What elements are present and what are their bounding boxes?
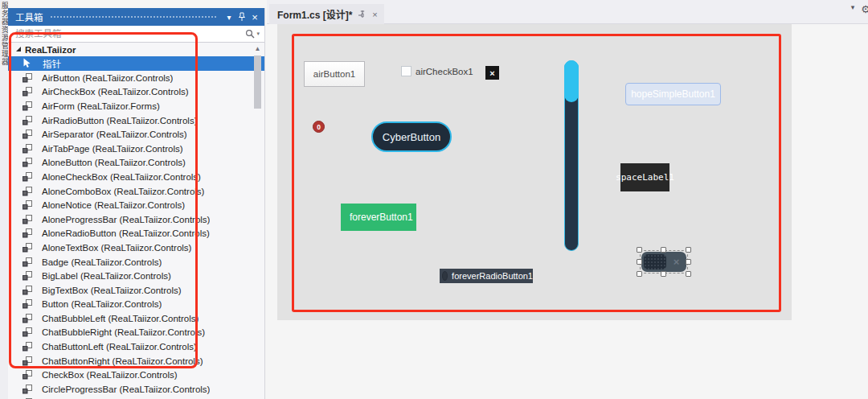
component-icon [23,73,32,83]
search-caret-icon: ▾ [256,31,260,37]
document-list-caret-icon[interactable]: ▾ [851,3,855,15]
toolbox-scrollbar[interactable]: ▲ [252,45,263,206]
toolbox-item[interactable]: AloneComboBox (ReaLTaiizor.Controls) [8,184,264,199]
checkbox-box-icon[interactable] [401,66,411,76]
toolbox-item[interactable]: AloneTextBox (ReaLTaiizor.Controls) [8,241,264,255]
resize-handle-e[interactable] [686,259,691,265]
black-close-button-control[interactable]: × [485,66,499,80]
resize-handle-ne[interactable] [686,247,691,253]
toolbox-item[interactable]: Button (ReaLTaiizor.Controls) [8,298,264,312]
toolbox-item[interactable]: BigLabel (ReaLTaiizor.Controls) [8,269,264,283]
badge-control[interactable]: 0 [313,121,325,133]
close-x-glyph: × [489,68,494,78]
forever-radio-button-control[interactable]: foreverRadioButton1 [440,269,533,283]
tab-form1-design[interactable]: Form1.cs [设计]* × [269,4,384,24]
component-icon [23,385,32,394]
toolbox-item[interactable]: ChatButtonRight (ReaLTaiizor.Controls) [8,354,264,368]
pointer-label: 指针 [43,57,61,70]
selected-switch-control-wrapper: × [637,247,691,277]
toolbox-item[interactable]: ChatBubbleRight (ReaLTaiizor.Controls) [8,326,264,340]
toolbox-item[interactable]: AirRadioButton (ReaLTaiizor.Controls) [8,113,264,128]
toolbox-item[interactable]: AloneNotice (ReaLTaiizor.Controls) [8,198,264,212]
component-icon [23,130,32,139]
scrollbar-thumb[interactable] [564,60,579,102]
toolbox-item[interactable]: AirForm (ReaLTaiizor.Forms) [8,99,264,113]
component-icon [23,342,32,352]
component-icon [23,299,32,309]
toolbox-item[interactable]: AirCheckBox (ReaLTaiizor.Controls) [8,85,264,100]
toolbox-group-realtaiizor[interactable]: ReaLTaiizor [8,43,264,56]
toolbox-title: 工具箱 [15,10,43,23]
vertical-scrollbar-control[interactable] [564,60,579,251]
switch-x-glyph: × [666,256,686,268]
component-icon [23,158,32,167]
pointer-cursor-icon [23,58,31,70]
toolbox-item[interactable]: ChatBubbleLeft (ReaLTaiizor.Controls) [8,311,264,326]
resize-handle-w[interactable] [637,259,642,265]
close-icon[interactable]: × [248,10,261,23]
toolbox-item[interactable]: AloneRadioButton (ReaLTaiizor.Controls) [8,227,264,241]
radio-dot-icon[interactable] [442,271,448,281]
component-icon [23,243,32,253]
toolbox-list-items: AirButton (ReaLTaiizor.Controls)AirCheck… [8,71,264,399]
resize-handle-sw[interactable] [637,271,642,277]
toolbox-item[interactable]: AirSeparator (ReaLTaiizor.Controls) [8,127,264,142]
tabstrip-right-buttons: ▾ ⚙ [851,3,865,15]
component-icon [23,101,32,111]
switch-control[interactable]: × [641,252,686,272]
resize-handle-se[interactable] [686,271,691,277]
form-design-canvas[interactable]: airButton1 airCheckBox1 × 0 CyberButton … [277,24,792,320]
toolbox-item[interactable]: CheckBox (ReaLTaiizor.Controls) [8,368,264,382]
left-dock-strip[interactable]: 服务器资源管理器 [0,0,8,399]
component-icon [23,215,32,224]
tab-pin-icon[interactable] [358,10,366,19]
toolbox-item[interactable]: ChatButtonLeft (ReaLTaiizor.Controls) [8,339,264,354]
component-icon [23,314,32,323]
component-icon [23,172,32,182]
component-icon [23,356,32,366]
component-icon [23,257,32,267]
toolbox-item[interactable]: ComboBoxEdit (ReaLTaiizor.Controls) [8,397,264,399]
toolbox-item[interactable]: AloneProgressBar (ReaLTaiizor.Controls) [8,212,264,227]
toolbox-list: ReaLTaiizor 指针 AirButton (ReaLTaiizor.Co… [8,43,264,399]
gear-icon[interactable]: ⚙ [861,3,868,15]
toolbox-item[interactable]: Badge (ReaLTaiizor.Controls) [8,255,264,269]
search-icon[interactable]: ▾ [245,29,260,39]
window-position-caret-icon[interactable]: ▾ [223,10,235,23]
toolbox-item[interactable]: AirTabPage (ReaLTaiizor.Controls) [8,142,264,156]
vs-window: 服务器资源管理器 工具箱 ▾ × ▾ ReaLTaiizor [0,0,868,399]
toolbox-item[interactable]: AloneButton (ReaLTaiizor.Controls) [8,156,264,171]
resize-handle-s[interactable] [661,271,666,277]
cyber-button-control[interactable]: CyberButton [371,121,452,152]
toolbox-item[interactable]: CircleProgressBar (ReaLTaiizor.Controls) [8,382,264,397]
toolbox-item[interactable]: AirButton (ReaLTaiizor.Controls) [8,71,264,85]
resize-handle-n[interactable] [661,247,666,253]
toolbox-item[interactable]: BigTextBox (ReaLTaiizor.Controls) [8,283,264,298]
document-tabstrip: Form1.cs [设计]* × ▾ ⚙ [267,0,868,24]
component-icon [23,200,32,210]
toolbox-search-input[interactable] [8,29,245,39]
scroll-up-arrow-icon[interactable]: ▲ [252,45,263,53]
air-button-control[interactable]: airButton1 [304,61,365,87]
hope-simple-button-control[interactable]: hopeSimpleButton1 [625,83,721,105]
switch-knob[interactable] [644,254,666,269]
air-checkbox-control[interactable]: airCheckBox1 [401,66,473,76]
pin-icon[interactable] [235,10,248,23]
component-icon [23,327,32,337]
toolbox-item-pointer[interactable]: 指针 [8,56,264,71]
server-explorer-vertical-tab[interactable]: 服务器资源管理器 [0,2,8,66]
component-icon [23,116,32,125]
titlebar-grip-texture [50,14,217,19]
component-icon [23,271,32,281]
space-label-control[interactable]: spaceLabel1 [620,163,669,191]
component-icon [23,87,32,97]
group-expanded-triangle-icon [16,47,21,51]
resize-handle-nw[interactable] [637,247,642,253]
scrollbar-thumb[interactable] [254,56,261,109]
toolbox-search: ▾ [8,26,264,43]
tab-title: Form1.cs [设计]* [277,7,352,21]
toolbox-titlebar[interactable]: 工具箱 ▾ × [8,8,264,26]
tab-close-icon[interactable]: × [372,10,377,19]
forever-button-control[interactable]: foreverButton1 [341,204,416,231]
toolbox-item[interactable]: AloneCheckBox (ReaLTaiizor.Controls) [8,170,264,184]
